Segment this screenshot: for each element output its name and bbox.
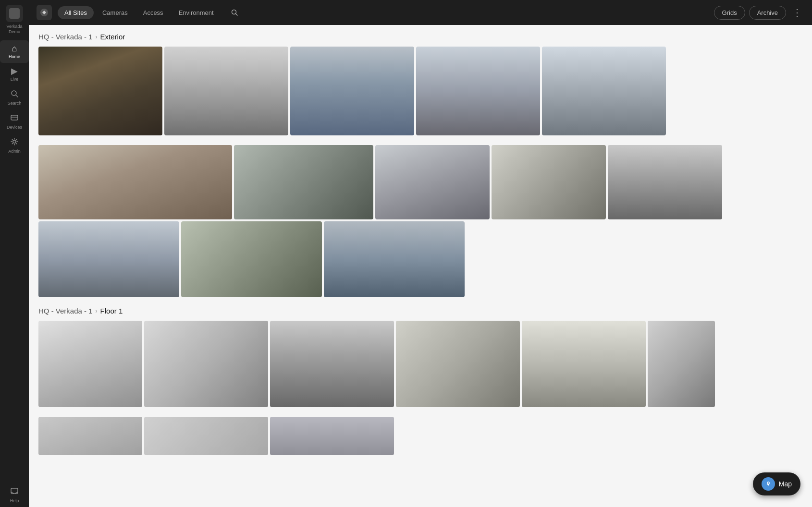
tab-all-sites[interactable]: All Sites [58,6,94,19]
home-icon: ⌂ [12,44,17,53]
camera-thumb[interactable] [375,145,490,219]
sidebar-item-devices[interactable]: Devices [0,109,29,133]
nav-tabs: All Sites Cameras Access Environment [58,6,221,19]
camera-thumb[interactable] [608,145,722,219]
archive-button[interactable]: Archive [749,6,786,20]
camera-thumb[interactable] [396,321,520,407]
topbar-logo [37,5,52,20]
svg-point-4 [13,140,16,143]
camera-thumb[interactable] [234,145,373,219]
camera-thumb[interactable] [144,321,268,407]
camera-thumb[interactable] [164,47,288,135]
sidebar-item-live[interactable]: ▶ Live [0,63,29,85]
camera-thumb[interactable] [144,417,268,455]
camera-grid-exterior-row2 [38,145,802,219]
camera-thumb[interactable] [181,221,322,297]
camera-thumb[interactable] [38,417,142,455]
svg-line-10 [235,14,237,16]
svg-rect-2 [11,115,18,120]
sidebar-item-home-label: Home [9,54,20,59]
breadcrumb-floor1: HQ - Verkada - 1 › Floor 1 [38,307,802,315]
sidebar-item-help[interactable]: Help [0,483,29,507]
search-button[interactable] [226,4,243,21]
camera-thumb[interactable] [542,47,666,135]
breadcrumb-exterior: HQ - Verkada - 1 › Exterior [38,33,802,41]
topbar: All Sites Cameras Access Environment Gri… [29,0,812,25]
camera-thumb[interactable] [492,145,606,219]
main-content: All Sites Cameras Access Environment Gri… [29,0,812,507]
breadcrumb-site-link-2[interactable]: HQ - Verkada - 1 [38,307,93,315]
sidebar-item-help-label: Help [10,498,19,503]
sidebar-item-devices-label: Devices [7,125,22,130]
svg-line-1 [16,95,18,97]
camera-thumb[interactable] [648,321,715,407]
tab-environment[interactable]: Environment [172,6,221,19]
camera-thumb[interactable] [290,47,414,135]
camera-thumb[interactable] [522,321,646,407]
sidebar-item-search-label: Search [8,101,22,106]
grids-button[interactable]: Grids [714,6,745,20]
more-options-button[interactable]: ⋮ [790,5,804,20]
camera-grid-exterior-row1 [38,47,802,135]
logo-mark [9,8,20,19]
live-icon: ▶ [11,67,18,75]
camera-thumb[interactable] [38,321,142,407]
tab-access[interactable]: Access [136,6,170,19]
camera-grid-floor1-row2 [38,417,802,455]
tab-cameras[interactable]: Cameras [96,6,135,19]
breadcrumb-section-floor1: Floor 1 [100,307,123,315]
camera-thumb[interactable] [38,221,179,297]
camera-thumb[interactable] [270,321,394,407]
sidebar-item-search[interactable]: Search [0,85,29,109]
sidebar-item-admin-label: Admin [8,149,21,154]
map-button[interactable]: Map [753,472,800,495]
camera-thumb[interactable] [324,221,465,297]
camera-thumb[interactable] [38,47,162,135]
camera-thumb[interactable] [416,47,540,135]
breadcrumb-sep-2: › [96,308,98,314]
sidebar: VerkadaDemo ⌂ Home ▶ Live Search Devices [0,0,29,507]
breadcrumb-site-link[interactable]: HQ - Verkada - 1 [38,33,93,41]
sidebar-logo [6,5,23,22]
search-nav-icon [10,89,19,99]
map-button-label: Map [779,480,792,488]
breadcrumb-section-exterior: Exterior [100,33,125,41]
sidebar-item-home[interactable]: ⌂ Home [0,40,29,63]
camera-thumb[interactable] [270,417,394,455]
admin-icon [10,137,19,147]
content-area: HQ - Verkada - 1 › Exterior [29,25,812,507]
map-icon [762,477,775,491]
topbar-right: Grids Archive ⋮ [714,5,804,20]
org-name: VerkadaDemo [6,24,22,35]
sidebar-item-live-label: Live [11,77,19,82]
camera-grid-floor1-row1 [38,321,802,407]
help-icon [10,487,19,497]
camera-grid-exterior-row3 [38,221,802,297]
sidebar-item-admin[interactable]: Admin [0,133,29,157]
camera-thumb[interactable] [38,145,232,219]
devices-icon [10,113,19,123]
breadcrumb-sep-1: › [96,34,98,40]
